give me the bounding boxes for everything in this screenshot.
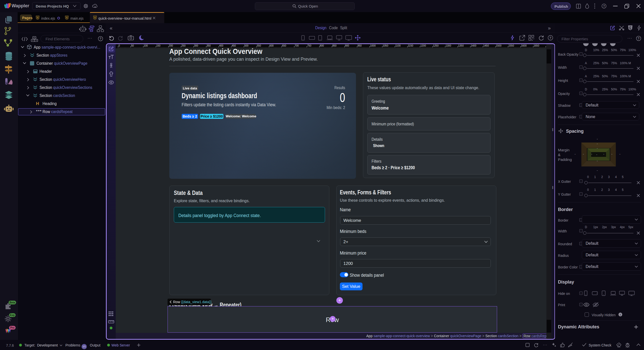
svg-text:5: 5 [94,16,96,19]
svg-text:i: i [620,313,621,316]
svg-text:?: ? [100,37,101,41]
svg-text:5: 5 [66,16,67,19]
svg-text:?: ? [638,37,639,40]
svg-text:?: ? [603,5,605,8]
svg-text:5: 5 [37,16,38,19]
svg-text:?: ? [549,36,551,40]
